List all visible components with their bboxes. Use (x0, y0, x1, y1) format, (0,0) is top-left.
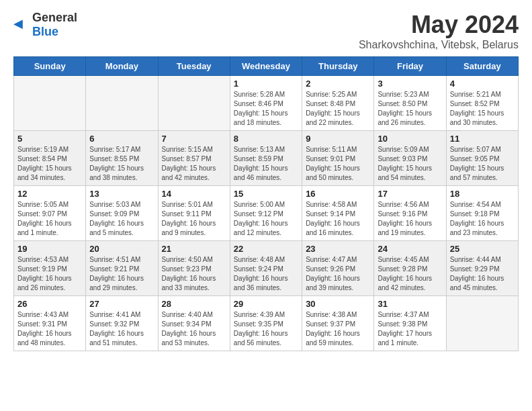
day-info: Sunrise: 5:28 AM Sunset: 8:46 PM Dayligh… (234, 90, 298, 128)
calendar-week-row: 12Sunrise: 5:05 AM Sunset: 9:07 PM Dayli… (14, 186, 519, 241)
day-number: 12 (17, 189, 82, 199)
day-info: Sunrise: 4:44 AM Sunset: 9:29 PM Dayligh… (450, 255, 515, 293)
day-number: 3 (378, 79, 442, 89)
day-number: 16 (306, 189, 370, 199)
day-info: Sunrise: 4:43 AM Sunset: 9:31 PM Dayligh… (17, 310, 82, 348)
day-info: Sunrise: 5:11 AM Sunset: 9:01 PM Dayligh… (306, 145, 370, 183)
svg-text:◀: ◀ (13, 17, 23, 30)
day-info: Sunrise: 5:21 AM Sunset: 8:52 PM Dayligh… (450, 90, 515, 128)
day-number: 1 (234, 79, 298, 89)
calendar-day-cell: 13Sunrise: 5:03 AM Sunset: 9:09 PM Dayli… (86, 186, 158, 241)
day-info: Sunrise: 4:58 AM Sunset: 9:14 PM Dayligh… (306, 200, 370, 238)
day-number: 25 (450, 244, 515, 254)
day-number: 13 (89, 189, 154, 199)
weekday-header-wednesday: Wednesday (230, 57, 302, 76)
day-number: 2 (306, 79, 370, 89)
day-info: Sunrise: 5:01 AM Sunset: 9:11 PM Dayligh… (162, 200, 226, 238)
calendar-day-cell: 27Sunrise: 4:41 AM Sunset: 9:32 PM Dayli… (86, 296, 158, 351)
day-number: 6 (89, 134, 154, 144)
calendar-day-cell: 28Sunrise: 4:40 AM Sunset: 9:34 PM Dayli… (158, 296, 230, 351)
calendar-day-cell: 29Sunrise: 4:39 AM Sunset: 9:35 PM Dayli… (230, 296, 302, 351)
calendar-day-cell (86, 76, 158, 131)
day-number: 4 (450, 79, 515, 89)
calendar-day-cell: 11Sunrise: 5:07 AM Sunset: 9:05 PM Dayli… (446, 131, 518, 186)
day-number: 9 (306, 134, 370, 144)
day-number: 31 (378, 299, 442, 309)
day-info: Sunrise: 4:51 AM Sunset: 9:21 PM Dayligh… (89, 255, 154, 293)
day-number: 11 (450, 134, 515, 144)
day-info: Sunrise: 5:09 AM Sunset: 9:03 PM Dayligh… (378, 145, 442, 183)
day-number: 26 (17, 299, 82, 309)
day-info: Sunrise: 5:15 AM Sunset: 8:57 PM Dayligh… (162, 145, 226, 183)
calendar-day-cell: 22Sunrise: 4:48 AM Sunset: 9:24 PM Dayli… (230, 241, 302, 296)
calendar-day-cell: 26Sunrise: 4:43 AM Sunset: 9:31 PM Dayli… (14, 296, 86, 351)
logo-icon: ◀ (13, 17, 30, 33)
day-info: Sunrise: 4:45 AM Sunset: 9:28 PM Dayligh… (378, 255, 442, 293)
day-info: Sunrise: 4:47 AM Sunset: 9:26 PM Dayligh… (306, 255, 370, 293)
calendar-day-cell: 18Sunrise: 4:54 AM Sunset: 9:18 PM Dayli… (446, 186, 518, 241)
day-number: 23 (306, 244, 370, 254)
calendar-day-cell: 1Sunrise: 5:28 AM Sunset: 8:46 PM Daylig… (230, 76, 302, 131)
calendar-day-cell: 17Sunrise: 4:56 AM Sunset: 9:16 PM Dayli… (374, 186, 446, 241)
calendar-table: SundayMondayTuesdayWednesdayThursdayFrid… (13, 56, 519, 351)
calendar-week-row: 19Sunrise: 4:53 AM Sunset: 9:19 PM Dayli… (14, 241, 519, 296)
day-info: Sunrise: 5:03 AM Sunset: 9:09 PM Dayligh… (89, 200, 154, 238)
day-number: 10 (378, 134, 442, 144)
month-year-title: May 2024 (359, 11, 519, 39)
day-info: Sunrise: 4:56 AM Sunset: 9:16 PM Dayligh… (378, 200, 442, 238)
day-number: 18 (450, 189, 515, 199)
calendar-day-cell: 30Sunrise: 4:38 AM Sunset: 9:37 PM Dayli… (302, 296, 374, 351)
day-info: Sunrise: 5:07 AM Sunset: 9:05 PM Dayligh… (450, 145, 515, 183)
calendar-day-cell: 15Sunrise: 5:00 AM Sunset: 9:12 PM Dayli… (230, 186, 302, 241)
calendar-day-cell (158, 76, 230, 131)
page-header: ◀ General Blue May 2024 Sharkovshchina, … (0, 0, 532, 56)
calendar-week-row: 5Sunrise: 5:19 AM Sunset: 8:54 PM Daylig… (14, 131, 519, 186)
calendar-week-row: 1Sunrise: 5:28 AM Sunset: 8:46 PM Daylig… (14, 76, 519, 131)
day-number: 27 (89, 299, 154, 309)
day-info: Sunrise: 4:48 AM Sunset: 9:24 PM Dayligh… (234, 255, 298, 293)
day-info: Sunrise: 5:05 AM Sunset: 9:07 PM Dayligh… (17, 200, 82, 238)
weekday-header-saturday: Saturday (446, 57, 518, 76)
day-number: 29 (234, 299, 298, 309)
calendar-day-cell: 14Sunrise: 5:01 AM Sunset: 9:11 PM Dayli… (158, 186, 230, 241)
weekday-header-thursday: Thursday (302, 57, 374, 76)
logo: ◀ General Blue (13, 11, 77, 39)
calendar-day-cell: 20Sunrise: 4:51 AM Sunset: 9:21 PM Dayli… (86, 241, 158, 296)
title-section: May 2024 Sharkovshchina, Vitebsk, Belaru… (359, 11, 519, 51)
calendar-day-cell (14, 76, 86, 131)
day-info: Sunrise: 4:54 AM Sunset: 9:18 PM Dayligh… (450, 200, 515, 238)
day-number: 15 (234, 189, 298, 199)
calendar-day-cell: 6Sunrise: 5:17 AM Sunset: 8:55 PM Daylig… (86, 131, 158, 186)
day-number: 28 (162, 299, 226, 309)
day-info: Sunrise: 4:40 AM Sunset: 9:34 PM Dayligh… (162, 310, 226, 348)
calendar-day-cell: 5Sunrise: 5:19 AM Sunset: 8:54 PM Daylig… (14, 131, 86, 186)
calendar-day-cell: 31Sunrise: 4:37 AM Sunset: 9:38 PM Dayli… (374, 296, 446, 351)
calendar-day-cell: 16Sunrise: 4:58 AM Sunset: 9:14 PM Dayli… (302, 186, 374, 241)
calendar-day-cell: 7Sunrise: 5:15 AM Sunset: 8:57 PM Daylig… (158, 131, 230, 186)
day-number: 5 (17, 134, 82, 144)
calendar-day-cell: 25Sunrise: 4:44 AM Sunset: 9:29 PM Dayli… (446, 241, 518, 296)
weekday-header-tuesday: Tuesday (158, 57, 230, 76)
calendar-day-cell: 24Sunrise: 4:45 AM Sunset: 9:28 PM Dayli… (374, 241, 446, 296)
day-number: 20 (89, 244, 154, 254)
day-info: Sunrise: 5:25 AM Sunset: 8:48 PM Dayligh… (306, 90, 370, 128)
day-number: 7 (162, 134, 226, 144)
calendar-week-row: 26Sunrise: 4:43 AM Sunset: 9:31 PM Dayli… (14, 296, 519, 351)
weekday-header-row: SundayMondayTuesdayWednesdayThursdayFrid… (14, 57, 519, 76)
location-subtitle: Sharkovshchina, Vitebsk, Belarus (359, 39, 519, 51)
calendar-day-cell: 2Sunrise: 5:25 AM Sunset: 8:48 PM Daylig… (302, 76, 374, 131)
day-info: Sunrise: 4:41 AM Sunset: 9:32 PM Dayligh… (89, 310, 154, 348)
day-number: 22 (234, 244, 298, 254)
calendar-day-cell: 10Sunrise: 5:09 AM Sunset: 9:03 PM Dayli… (374, 131, 446, 186)
calendar-day-cell: 23Sunrise: 4:47 AM Sunset: 9:26 PM Dayli… (302, 241, 374, 296)
logo-text-blue: Blue (32, 25, 58, 38)
calendar-day-cell: 8Sunrise: 5:13 AM Sunset: 8:59 PM Daylig… (230, 131, 302, 186)
day-info: Sunrise: 4:39 AM Sunset: 9:35 PM Dayligh… (234, 310, 298, 348)
day-number: 8 (234, 134, 298, 144)
weekday-header-monday: Monday (86, 57, 158, 76)
day-info: Sunrise: 5:13 AM Sunset: 8:59 PM Dayligh… (234, 145, 298, 183)
calendar-day-cell: 12Sunrise: 5:05 AM Sunset: 9:07 PM Dayli… (14, 186, 86, 241)
day-number: 19 (17, 244, 82, 254)
calendar-day-cell (446, 296, 518, 351)
day-info: Sunrise: 4:53 AM Sunset: 9:19 PM Dayligh… (17, 255, 82, 293)
